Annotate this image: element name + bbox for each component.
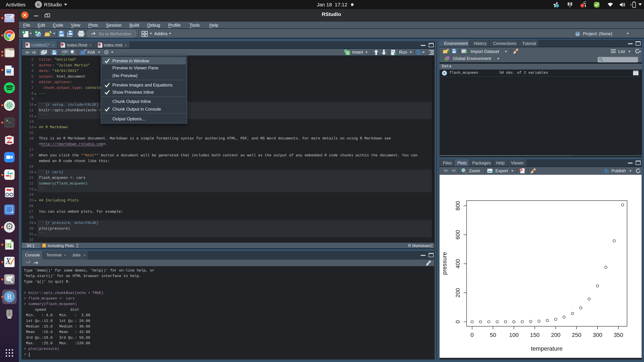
svg-text:350: 350: [614, 332, 623, 338]
svg-text:Rmd: Rmd: [98, 44, 101, 46]
svg-text:50: 50: [490, 332, 496, 338]
svg-text:!: !: [582, 4, 583, 7]
svg-text:R: R: [576, 31, 578, 34]
svg-text:800: 800: [454, 201, 461, 211]
svg-text:R: R: [38, 33, 40, 36]
svg-text:temperature: temperature: [531, 345, 563, 352]
svg-text:600: 600: [454, 230, 461, 240]
svg-text:0: 0: [454, 320, 461, 324]
svg-text:300: 300: [593, 332, 602, 338]
svg-text:Rmd: Rmd: [60, 44, 64, 46]
svg-text:100: 100: [509, 332, 519, 338]
svg-text:250: 250: [572, 332, 582, 338]
svg-text:pressure: pressure: [441, 252, 448, 275]
svg-text:150: 150: [530, 332, 540, 338]
svg-text:400: 400: [454, 259, 461, 269]
svg-text:0: 0: [470, 332, 474, 338]
svg-text:200: 200: [454, 288, 461, 298]
svg-text:Rmd: Rmd: [25, 44, 29, 46]
svg-text:200: 200: [551, 332, 560, 338]
